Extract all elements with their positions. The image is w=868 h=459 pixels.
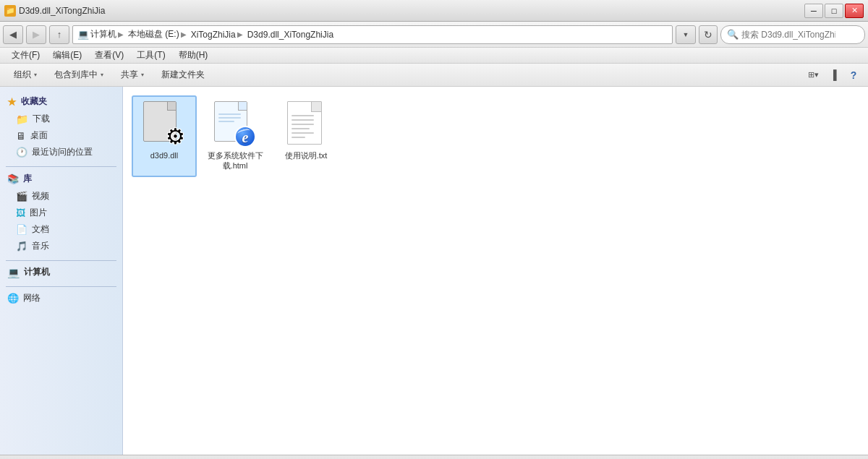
share-button[interactable]: 共享 ▾ [113, 67, 152, 84]
library-icon: 📚 [7, 173, 19, 184]
sidebar-item-documents[interactable]: 📄 文档 [0, 221, 122, 238]
desktop-icon: 🖥 [16, 130, 26, 142]
sidebar-favorites-section: ★ 收藏夹 📁 下载 🖥 桌面 🕐 最近访问的位置 [0, 93, 122, 160]
file-label-dll: d3d9.dll [150, 150, 179, 160]
images-icon: 🖼 [16, 207, 25, 218]
sidebar-divider-2 [6, 260, 116, 261]
sidebar-item-recent[interactable]: 🕐 最近访问的位置 [0, 144, 122, 160]
main-area: ★ 收藏夹 📁 下载 🖥 桌面 🕐 最近访问的位置 📚 库 [0, 87, 868, 455]
minimize-button[interactable]: ─ [804, 4, 823, 18]
sidebar-library-section: 📚 库 🎬 视频 🖼 图片 📄 文档 🎵 音乐 [0, 170, 122, 254]
file-item-dll[interactable]: ⚙ d3d9.dll [132, 95, 197, 177]
organize-dropdown-icon: ▾ [34, 72, 37, 78]
sidebar-item-desktop[interactable]: 🖥 桌面 [0, 127, 122, 144]
title-bar: 📁 D3d9.dll_XiTongZhiJia ─ □ ✕ [0, 0, 868, 22]
new-folder-button[interactable]: 新建文件夹 [153, 67, 213, 84]
breadcrumb-folder1: XiTogZhiJia ▶ [191, 30, 243, 40]
organize-button[interactable]: 组织 ▾ [6, 67, 45, 84]
include-dropdown-icon: ▾ [101, 72, 103, 78]
file-content: ⚙ d3d9.dll [123, 87, 868, 455]
breadcrumb-computer: 💻 计算机 ▶ [77, 28, 124, 40]
up-button[interactable]: ↑ [49, 25, 69, 44]
star-icon: ★ [7, 96, 17, 108]
menu-bar: 文件(F) 编辑(E) 查看(V) 工具(T) 帮助(H) [0, 48, 868, 64]
computer-icon: 💻 [7, 267, 20, 278]
close-button[interactable]: ✕ [845, 4, 864, 18]
sidebar-item-images[interactable]: 🖼 图片 [0, 205, 122, 221]
title-bar-text: D3d9.dll_XiTongZhiJia [19, 6, 105, 16]
music-icon: 🎵 [16, 241, 27, 252]
status-bar: 📁 3 个对象 [0, 455, 868, 459]
help-button[interactable]: ? [845, 67, 862, 84]
share-dropdown-icon: ▾ [141, 72, 144, 78]
title-bar-controls: ─ □ ✕ [804, 4, 864, 18]
recent-icon: 🕐 [16, 147, 27, 158]
sidebar-item-computer[interactable]: 💻 计算机 [0, 264, 122, 280]
dll-icon-wrapper: ⚙ [141, 101, 187, 147]
menu-view[interactable]: 查看(V) [89, 48, 129, 63]
file-item-html[interactable]: e 更多系统软件下 载.html [203, 95, 268, 177]
network-icon: 🌐 [7, 293, 19, 304]
folder-icon: 📁 [16, 113, 28, 125]
file-label-html: 更多系统软件下 载.html [208, 150, 263, 171]
menu-tools[interactable]: 工具(T) [131, 48, 171, 63]
toolbar-right: ⊞▾ ▐ ? [804, 67, 862, 84]
search-icon: 🔍 [727, 29, 739, 40]
sidebar-divider-1 [6, 166, 116, 167]
menu-file[interactable]: 文件(F) [6, 48, 46, 63]
sidebar: ★ 收藏夹 📁 下载 🖥 桌面 🕐 最近访问的位置 📚 库 [0, 87, 123, 455]
sidebar-divider-3 [6, 286, 116, 287]
dropdown-button[interactable]: ▼ [676, 25, 696, 44]
sidebar-computer-section: 💻 计算机 [0, 264, 122, 280]
view-toggle-button[interactable]: ⊞▾ [804, 67, 822, 84]
back-button[interactable]: ◀ [3, 25, 23, 44]
txt-icon-wrapper [283, 101, 329, 147]
file-label-txt: 使用说明.txt [285, 150, 328, 160]
refresh-button[interactable]: ↻ [699, 25, 718, 44]
forward-button[interactable]: ▶ [26, 25, 46, 44]
title-bar-icon: 📁 [4, 5, 16, 17]
breadcrumb-folder2: D3d9.dll_XiTongZhiJia [247, 30, 333, 40]
address-bar: ◀ ▶ ↑ 💻 计算机 ▶ 本地磁盘 (E:) ▶ XiTogZhiJia ▶ … [0, 22, 868, 48]
sidebar-item-network[interactable]: 🌐 网络 [0, 290, 122, 306]
preview-pane-button[interactable]: ▐ [825, 67, 842, 84]
sidebar-library-header: 📚 库 [0, 170, 122, 188]
sidebar-favorites-header: ★ 收藏夹 [0, 93, 122, 111]
sidebar-network-section: 🌐 网络 [0, 290, 122, 306]
menu-help[interactable]: 帮助(H) [173, 48, 214, 63]
sidebar-item-downloads[interactable]: 📁 下载 [0, 111, 122, 127]
toolbar: 组织 ▾ 包含到库中 ▾ 共享 ▾ 新建文件夹 ⊞▾ ▐ ? [0, 64, 868, 87]
maximize-button[interactable]: □ [825, 4, 843, 18]
search-area[interactable]: 🔍 [720, 25, 865, 44]
file-item-txt[interactable]: 使用说明.txt [273, 95, 339, 177]
menu-edit[interactable]: 编辑(E) [47, 48, 88, 63]
html-icon-wrapper: e [212, 101, 258, 147]
search-input[interactable] [741, 30, 835, 40]
title-bar-left: 📁 D3d9.dll_XiTongZhiJia [4, 5, 105, 17]
videos-icon: 🎬 [16, 191, 27, 202]
sidebar-item-music[interactable]: 🎵 音乐 [0, 238, 122, 254]
address-field[interactable]: 💻 计算机 ▶ 本地磁盘 (E:) ▶ XiTogZhiJia ▶ D3d9.d… [72, 25, 673, 44]
breadcrumb-drive: 本地磁盘 (E:) ▶ [128, 28, 187, 40]
documents-icon: 📄 [16, 224, 27, 235]
sidebar-item-videos[interactable]: 🎬 视频 [0, 188, 122, 205]
include-button[interactable]: 包含到库中 ▾ [46, 67, 111, 84]
